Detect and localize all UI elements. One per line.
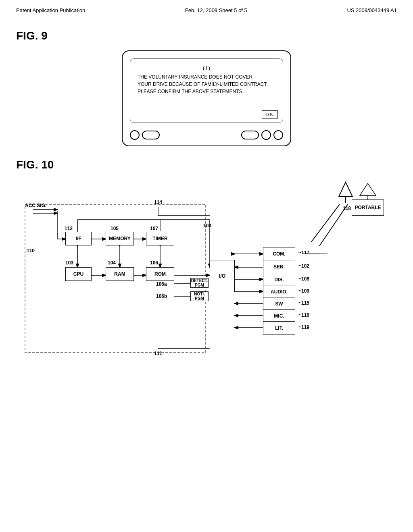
if-box: I/F: [65, 232, 92, 245]
left-controls: [130, 130, 160, 140]
label-106a: 106a: [156, 281, 167, 287]
antenna-svg: [336, 181, 356, 204]
right-controls: [241, 130, 283, 140]
screen-number: ( I ): [138, 65, 275, 71]
sw-box: SW: [263, 297, 295, 311]
dis-box: DIS.: [263, 273, 295, 287]
label-104: 104: [108, 260, 116, 266]
label-110: 110: [27, 248, 35, 254]
fig9-label: FIG. 9: [16, 29, 397, 42]
label-111: 111: [154, 351, 162, 356]
acc-sig-label: ACC SIG.: [25, 203, 46, 208]
timer-box: TIMER: [146, 232, 174, 245]
lit-box: LIT.: [263, 321, 295, 335]
label-116: ~116: [298, 312, 309, 318]
label-118: 118: [343, 206, 351, 211]
ctrl-rect-left: [142, 131, 160, 139]
ctrl-circle-left: [130, 130, 140, 140]
label-100: 100: [203, 223, 211, 229]
label-108: ~108: [298, 276, 309, 282]
ctrl-circle-right1: [261, 130, 271, 140]
label-102: ~102: [298, 263, 309, 269]
ctrl-rect-right1: [241, 131, 259, 139]
label-114: 114: [154, 200, 162, 205]
ok-button[interactable]: O.K.: [262, 110, 278, 118]
screen-display: ( I ) THE VOLUNTARY INSURANCE DOES NOT C…: [130, 58, 283, 123]
patent-header: Patent Application Publication Feb. 12, …: [0, 0, 413, 17]
fig9-screen-container: ( I ) THE VOLUNTARY INSURANCE DOES NOT C…: [16, 50, 397, 146]
screen-device: ( I ) THE VOLUNTARY INSURANCE DOES NOT C…: [122, 50, 291, 146]
cpu-box: CPU: [65, 267, 92, 281]
label-107: 107: [150, 226, 158, 231]
detect-pgm-box: DETECT. PGM: [190, 278, 209, 288]
header-left: Patent Application Publication: [16, 7, 85, 13]
header-right: US 2009/0043449 A1: [347, 7, 397, 13]
label-103: 103: [65, 260, 73, 266]
label-109: ~109: [298, 288, 309, 294]
io-box: I/O: [210, 260, 235, 292]
svg-marker-33: [360, 183, 376, 195]
label-106b: 106b: [156, 293, 167, 299]
fig10-label: FIG. 10: [16, 158, 397, 171]
label-115: ~115: [298, 300, 309, 306]
memory-box: MEMORY: [106, 232, 134, 245]
header-middle: Feb. 12, 2009 Sheet 5 of 5: [185, 7, 247, 13]
fig9-section: FIG. 9 ( I ) THE VOLUNTARY INSURANCE DOE…: [0, 17, 413, 146]
device-controls: [123, 127, 290, 145]
sen-box: SEN.: [263, 260, 295, 274]
com-box: COM.: [263, 247, 295, 261]
rom-box: ROM: [146, 267, 174, 281]
audio-box: AUDIO.: [263, 285, 295, 299]
label-112: 112: [65, 226, 73, 231]
screen-text: THE VOLUNTARY INSURANCE DOES NOT COVERYO…: [138, 73, 275, 95]
label-105: 105: [111, 226, 119, 231]
diagram-area: ACC SIG. 114 112 105 107 100 110 I/F MEM…: [21, 179, 392, 373]
label-106: 106: [150, 260, 158, 266]
label-119: ~119: [298, 324, 309, 330]
noti-pgm-box: NOTI. PGM: [190, 291, 209, 301]
portable-box: PORTABLE: [352, 200, 384, 216]
fig10-section: FIG. 10: [0, 146, 413, 373]
ram-box: RAM: [106, 267, 134, 281]
mic-box: MIC.: [263, 309, 295, 323]
label-117: ~117: [298, 250, 309, 256]
svg-line-31: [311, 204, 340, 242]
ctrl-circle-right2: [273, 130, 283, 140]
svg-marker-35: [339, 182, 353, 197]
